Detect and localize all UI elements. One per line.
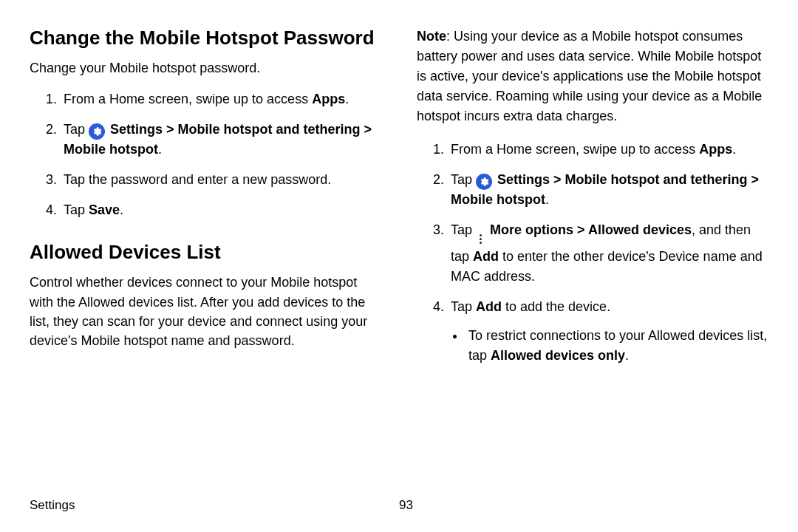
step-1: From a Home screen, swipe up to access A…	[61, 89, 381, 109]
page-footer: Settings 93	[30, 498, 768, 513]
heading-change-password: Change the Mobile Hotspot Password	[30, 27, 381, 50]
right-column: Note: Using your device as a Mobile hots…	[417, 27, 768, 485]
allowed-devices-label: Allowed devices	[588, 222, 692, 237]
heading-allowed-devices: Allowed Devices List	[30, 241, 381, 264]
steps-change-password: From a Home screen, swipe up to access A…	[30, 89, 381, 220]
step-text: Tap	[64, 122, 89, 137]
step-text: .	[732, 142, 736, 157]
step-4: Tap Add to add the device. To restrict c…	[448, 297, 768, 366]
step-text: Tap	[451, 299, 476, 314]
apps-label: Apps	[312, 92, 345, 106]
step-text: .	[345, 92, 349, 106]
apps-label: Apps	[699, 142, 732, 157]
chevron: >	[748, 172, 760, 187]
note-text: : Using your device as a Mobile hotspot …	[417, 29, 762, 123]
step-3: Tap More options > Allowed devices, and …	[448, 220, 768, 287]
step-text: Tap	[64, 202, 89, 217]
add-label: Add	[476, 299, 502, 314]
step-text: From a Home screen, swipe up to access	[64, 92, 312, 106]
step-3: Tap the password and enter a new passwor…	[61, 170, 381, 190]
step-text: Tap	[451, 172, 476, 187]
gear-icon	[476, 174, 492, 190]
mh-label: Mobile hotspot	[451, 192, 545, 207]
step-text: .	[120, 202, 123, 217]
more-options-label: More options	[490, 222, 573, 237]
allowed-only-label: Allowed devices only	[491, 348, 625, 363]
footer-page-number: 93	[399, 498, 413, 513]
settings-label: Settings	[497, 172, 550, 187]
save-label: Save	[89, 202, 120, 217]
chevron: >	[361, 122, 372, 137]
lead-allowed-devices: Control whether devices connect to your …	[30, 273, 381, 349]
chevron: >	[573, 222, 588, 237]
mh-label: Mobile hotspot	[64, 142, 158, 157]
step-2: Tap Settings > Mobile hotspot and tether…	[448, 170, 768, 210]
bullet-text: .	[625, 348, 629, 363]
step-2: Tap Settings > Mobile hotspot and tether…	[61, 120, 381, 160]
bullet-restrict: To restrict connections to your Allowed …	[466, 326, 768, 366]
step-text: .	[545, 192, 549, 207]
chevron: >	[163, 122, 178, 137]
note-label: Note	[417, 29, 446, 44]
note-block: Note: Using your device as a Mobile hots…	[417, 27, 768, 126]
gear-icon	[89, 123, 105, 140]
settings-label: Settings	[110, 122, 163, 137]
chevron: >	[550, 172, 565, 187]
step-text: .	[158, 142, 162, 157]
step-text: Tap	[451, 222, 476, 237]
step-1: From a Home screen, swipe up to access A…	[448, 140, 768, 160]
sub-bullets: To restrict connections to your Allowed …	[451, 326, 768, 366]
steps-allowed-devices: From a Home screen, swipe up to access A…	[417, 140, 768, 366]
add-label: Add	[473, 249, 499, 264]
step-text: to add the device.	[502, 299, 610, 314]
two-column-layout: Change the Mobile Hotspot Password Chang…	[30, 27, 768, 485]
mht-label: Mobile hotspot and tethering	[565, 172, 748, 187]
mht-label: Mobile hotspot and tethering	[178, 122, 361, 137]
left-column: Change the Mobile Hotspot Password Chang…	[30, 27, 381, 485]
footer-section: Settings	[30, 498, 399, 513]
more-options-icon	[476, 232, 485, 247]
step-text: From a Home screen, swipe up to access	[451, 142, 699, 157]
lead-change-password: Change your Mobile hotspot password.	[30, 58, 381, 78]
step-4: Tap Save.	[61, 200, 381, 220]
